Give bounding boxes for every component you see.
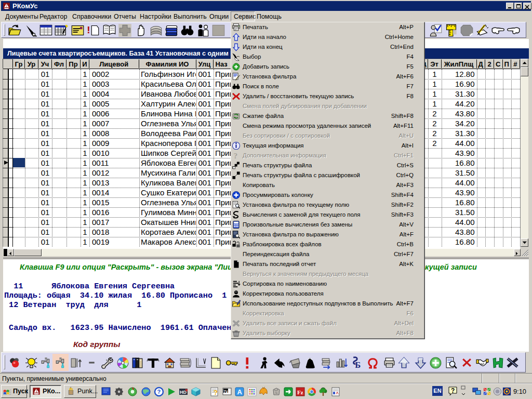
svg-text:?: ? <box>234 151 238 160</box>
svg-text:A: A <box>237 388 243 396</box>
svg-text:HD: HD <box>180 390 187 395</box>
svg-text:7z: 7z <box>224 389 228 394</box>
svg-text:?: ? <box>214 389 218 396</box>
svg-text:?: ? <box>157 389 161 395</box>
svg-text:?: ? <box>451 387 455 394</box>
svg-text:Б: Б <box>355 360 361 369</box>
svg-text:!: ! <box>87 24 90 35</box>
svg-text:Fz: Fz <box>297 389 303 395</box>
